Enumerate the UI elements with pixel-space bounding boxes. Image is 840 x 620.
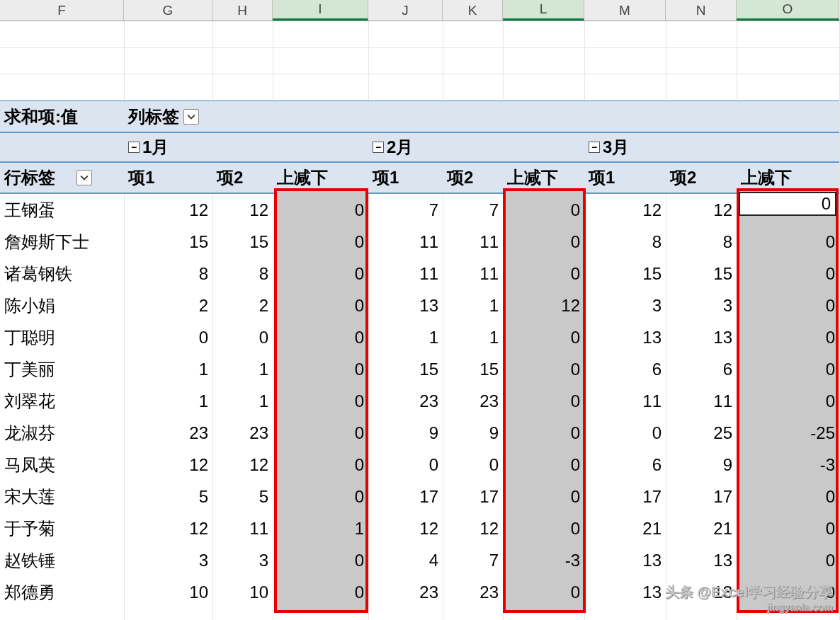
row-label[interactable]: 詹姆斯下士 xyxy=(0,231,124,253)
row-label[interactable]: 丁聪明 xyxy=(0,326,124,349)
col-header-H[interactable]: H xyxy=(212,0,273,21)
data-cell[interactable]: -3 xyxy=(737,455,839,475)
row-labels-dropdown[interactable] xyxy=(76,170,92,185)
collapse-icon[interactable]: − xyxy=(373,142,384,153)
data-cell[interactable]: 0 xyxy=(503,264,584,284)
data-cell[interactable]: 21 xyxy=(584,519,666,539)
row-label[interactable]: 陈小娟 xyxy=(0,294,124,317)
data-cell[interactable]: 11 xyxy=(443,232,503,252)
data-cell[interactable]: 21 xyxy=(666,519,737,539)
month-3[interactable]: − 3月 xyxy=(584,136,666,159)
data-cell[interactable]: 23 xyxy=(443,582,503,602)
data-cell[interactable]: 0 xyxy=(212,328,273,348)
active-cell[interactable]: 0 xyxy=(739,192,836,216)
row-label[interactable]: 马凤英 xyxy=(0,454,124,476)
data-cell[interactable]: 0 xyxy=(503,487,584,507)
data-cell[interactable]: 13 xyxy=(584,328,666,348)
row-label[interactable]: 郑德勇 xyxy=(0,581,124,604)
col-header-O[interactable]: O xyxy=(737,0,839,21)
data-cell[interactable]: 0 xyxy=(273,551,368,570)
data-cell[interactable]: 15 xyxy=(443,360,503,379)
month-1[interactable]: − 1月 xyxy=(124,136,212,159)
row-label[interactable]: 诸葛钢铁 xyxy=(0,263,124,285)
data-cell[interactable]: 0 xyxy=(503,582,584,602)
data-cell[interactable]: 11 xyxy=(212,519,273,539)
data-cell[interactable]: 23 xyxy=(368,391,443,411)
data-cell[interactable]: 1 xyxy=(273,519,368,539)
data-cell[interactable]: 1 xyxy=(443,328,503,348)
data-cell[interactable]: 0 xyxy=(273,328,368,348)
data-cell[interactable]: 15 xyxy=(212,232,273,252)
data-cell[interactable]: 0 xyxy=(273,232,368,252)
collapse-icon[interactable]: − xyxy=(589,142,600,153)
data-cell[interactable]: 0 xyxy=(737,328,839,348)
data-cell[interactable]: 0 xyxy=(273,391,368,411)
data-cell[interactable]: 0 xyxy=(273,264,368,284)
data-cell[interactable]: 0 xyxy=(503,360,584,379)
data-cell[interactable]: 12 xyxy=(124,200,212,220)
data-cell[interactable]: 3 xyxy=(212,551,273,570)
data-cell[interactable]: 7 xyxy=(443,551,503,570)
data-cell[interactable]: 11 xyxy=(368,264,443,284)
data-cell[interactable]: 6 xyxy=(666,360,737,379)
data-cell[interactable]: 12 xyxy=(666,200,737,220)
data-cell[interactable]: 0 xyxy=(737,391,839,411)
data-cell[interactable]: 0 xyxy=(503,200,584,220)
data-cell[interactable]: 23 xyxy=(368,582,443,602)
col-header-M[interactable]: M xyxy=(584,0,666,21)
data-cell[interactable]: -3 xyxy=(503,551,584,570)
data-cell[interactable]: 9 xyxy=(368,423,443,443)
data-cell[interactable]: 25 xyxy=(666,423,737,443)
data-cell[interactable]: 0 xyxy=(273,487,368,507)
data-cell[interactable]: 15 xyxy=(666,264,737,284)
data-cell[interactable]: 1 xyxy=(124,391,212,411)
data-cell[interactable]: 3 xyxy=(124,551,212,570)
data-cell[interactable]: 12 xyxy=(124,455,212,475)
data-cell[interactable]: 0 xyxy=(737,296,839,316)
data-cell[interactable]: 13 xyxy=(584,551,666,570)
data-cell[interactable]: 13 xyxy=(666,551,737,570)
col-header-N[interactable]: N xyxy=(666,0,737,21)
data-cell[interactable]: 17 xyxy=(584,487,666,507)
data-cell[interactable]: 12 xyxy=(124,519,212,539)
data-cell[interactable]: 8 xyxy=(666,232,737,252)
data-cell[interactable]: 0 xyxy=(503,328,584,348)
row-label[interactable]: 丁美丽 xyxy=(0,358,124,381)
data-cell[interactable]: 0 xyxy=(443,455,503,475)
col-header-I[interactable]: I xyxy=(273,0,368,21)
data-cell[interactable]: 12 xyxy=(584,200,666,220)
data-cell[interactable]: 0 xyxy=(273,296,368,316)
data-cell[interactable]: 23 xyxy=(124,423,212,443)
data-cell[interactable]: 17 xyxy=(666,487,737,507)
data-cell[interactable]: 23 xyxy=(443,391,503,411)
data-cell[interactable]: 11 xyxy=(368,232,443,252)
data-cell[interactable]: 11 xyxy=(584,391,666,411)
col-header-F[interactable]: F xyxy=(0,0,124,21)
col-header-J[interactable]: J xyxy=(368,0,443,21)
data-cell[interactable]: 0 xyxy=(368,455,443,475)
data-cell[interactable]: 0 xyxy=(273,423,368,443)
data-cell[interactable]: 4 xyxy=(368,551,443,570)
data-cell[interactable]: 0 xyxy=(737,232,839,252)
data-cell[interactable]: 15 xyxy=(368,360,443,379)
data-cell[interactable]: 0 xyxy=(273,200,368,220)
data-cell[interactable]: 12 xyxy=(212,200,273,220)
row-label[interactable]: 宋大莲 xyxy=(0,486,124,508)
data-cell[interactable]: 0 xyxy=(503,232,584,252)
month-2[interactable]: − 2月 xyxy=(368,136,443,159)
data-cell[interactable]: 12 xyxy=(443,519,503,539)
data-cell[interactable]: 11 xyxy=(666,391,737,411)
data-cell[interactable]: 0 xyxy=(503,519,584,539)
data-cell[interactable]: 0 xyxy=(273,582,368,602)
data-cell[interactable]: 0 xyxy=(737,360,839,379)
data-cell[interactable]: 6 xyxy=(584,455,666,475)
data-cell[interactable]: 5 xyxy=(212,487,273,507)
data-cell[interactable]: 0 xyxy=(737,551,839,570)
data-cell[interactable]: 0 xyxy=(737,519,839,539)
data-cell[interactable]: 13 xyxy=(368,296,443,316)
data-cell[interactable]: 5 xyxy=(124,487,212,507)
data-cell[interactable]: 8 xyxy=(212,264,273,284)
data-cell[interactable]: 9 xyxy=(666,455,737,475)
data-cell[interactable]: 0 xyxy=(584,423,666,443)
data-cell[interactable]: 1 xyxy=(368,328,443,348)
